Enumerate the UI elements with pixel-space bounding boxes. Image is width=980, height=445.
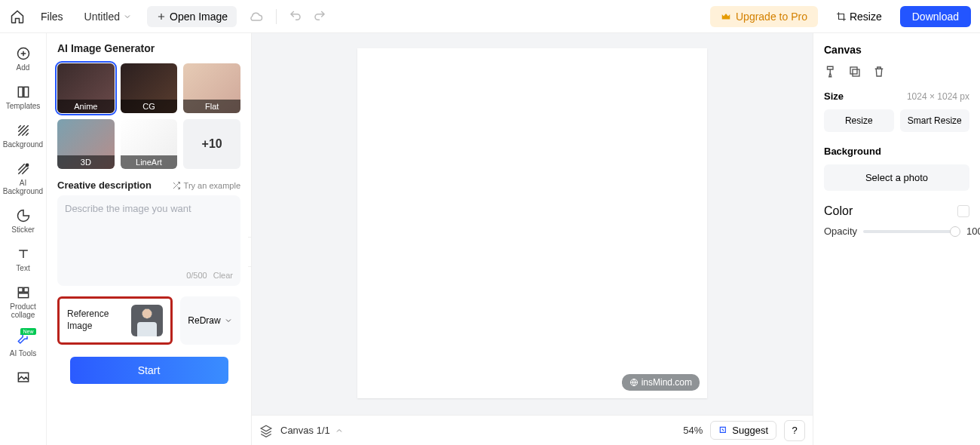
rail-more[interactable]	[2, 365, 44, 391]
smart-resize-button[interactable]: Smart Resize	[900, 109, 970, 132]
redo-button[interactable]	[313, 9, 328, 24]
crop-icon	[836, 11, 847, 22]
title-text: Untitled	[84, 11, 120, 23]
edit-suggest-icon	[718, 425, 729, 436]
rail-sticker-label: Sticker	[11, 226, 35, 234]
rail-ai-tools-label: AI Tools	[10, 349, 36, 358]
rail-ai-tools[interactable]: New AI Tools	[2, 327, 44, 362]
redraw-label: ReDraw	[188, 315, 220, 326]
description-box: 0/500 Clear	[57, 195, 240, 286]
rail-templates[interactable]: Templates	[2, 79, 44, 115]
reference-thumbnail	[131, 305, 163, 336]
style-tile-flat[interactable]: Flat	[183, 63, 240, 113]
size-value: 1024 × 1024 px	[907, 91, 969, 102]
canvas-info[interactable]: Canvas 1/1	[280, 425, 344, 436]
collage-icon	[15, 284, 32, 301]
zoom-level[interactable]: 54%	[683, 425, 703, 436]
tile-label: Flat	[183, 100, 240, 113]
new-badge: New	[20, 328, 35, 335]
select-photo-button[interactable]: Select a photo	[824, 164, 969, 191]
bottom-bar: Canvas 1/1 54% Suggest ?	[252, 415, 813, 445]
separator	[276, 9, 277, 24]
rail-sticker[interactable]: Sticker	[2, 203, 44, 238]
shuffle-icon	[172, 181, 181, 190]
opacity-value: 100	[966, 226, 980, 237]
home-icon[interactable]	[9, 8, 26, 25]
document-title[interactable]: Untitled	[78, 8, 138, 26]
rail-add[interactable]: Add	[2, 41, 44, 76]
rail-templates-label: Templates	[6, 102, 41, 110]
style-tile-more[interactable]: +10	[183, 119, 240, 169]
undo-button[interactable]	[289, 9, 304, 24]
opacity-label: Opacity	[824, 226, 857, 237]
rail-add-label: Add	[17, 63, 30, 72]
open-image-label: Open Image	[170, 11, 228, 23]
text-icon	[15, 246, 32, 262]
tile-label: Anime	[57, 100, 115, 113]
size-label: Size	[824, 91, 844, 102]
try-example-label: Try an example	[184, 181, 240, 190]
cloud-sync-icon[interactable]	[249, 9, 264, 24]
upgrade-label: Upgrade to Pro	[736, 11, 807, 23]
props-resize-button[interactable]: Resize	[824, 109, 894, 132]
svg-rect-5	[23, 287, 28, 292]
rail-background-label: Background	[3, 140, 43, 149]
image-icon	[15, 370, 32, 386]
props-title: Canvas	[824, 44, 969, 56]
resize-label: Resize	[850, 11, 882, 23]
svg-rect-7	[18, 373, 28, 382]
style-tile-lineart[interactable]: LineArt	[121, 119, 178, 169]
panel-title: AI Image Generator	[57, 42, 240, 54]
duplicate-icon[interactable]	[848, 65, 862, 78]
resize-button[interactable]: Resize	[827, 6, 891, 27]
svg-rect-9	[853, 69, 859, 76]
svg-rect-2	[23, 87, 28, 97]
svg-rect-10	[850, 67, 857, 74]
opacity-slider[interactable]	[863, 230, 960, 233]
crown-icon	[721, 11, 731, 22]
plus-circle-icon	[15, 45, 32, 62]
watermark: insMind.com	[622, 374, 700, 391]
globe-icon	[629, 378, 639, 387]
background-icon	[15, 122, 32, 139]
help-button[interactable]: ?	[784, 420, 805, 441]
style-tile-3d[interactable]: 3D	[57, 119, 115, 169]
left-rail: Add Templates Background AI Background S…	[0, 33, 47, 445]
upgrade-button[interactable]: Upgrade to Pro	[710, 6, 818, 27]
rail-text[interactable]: Text	[2, 241, 44, 277]
ai-tools-icon: New	[15, 331, 32, 348]
reference-image-box[interactable]: Reference Image	[57, 296, 173, 345]
watermark-text: insMind.com	[642, 377, 692, 388]
download-button[interactable]: Download	[900, 6, 971, 27]
start-button[interactable]: Start	[70, 357, 228, 384]
sticker-icon	[15, 207, 32, 224]
style-tile-anime[interactable]: Anime	[57, 63, 115, 113]
suggest-button[interactable]: Suggest	[710, 421, 776, 440]
properties-panel: Canvas Size 1024 × 1024 px Resize Smart …	[813, 33, 980, 445]
rail-background[interactable]: Background	[2, 118, 44, 153]
tile-label: LineArt	[121, 155, 178, 169]
open-image-button[interactable]: Open Image	[147, 6, 237, 27]
creative-desc-title: Creative description	[57, 180, 152, 191]
rail-ai-background-label: AI Background	[3, 179, 43, 195]
canvas-area: insMind.com Canvas 1/1 54% Suggest ?	[252, 33, 813, 445]
redraw-button[interactable]: ReDraw	[180, 296, 240, 345]
svg-rect-4	[18, 287, 23, 292]
try-example-button[interactable]: Try an example	[172, 181, 240, 190]
tile-label: CG	[121, 100, 178, 113]
style-tile-cg[interactable]: CG	[121, 63, 178, 113]
paint-format-icon[interactable]	[824, 65, 838, 78]
description-input[interactable]	[65, 203, 233, 256]
color-swatch[interactable]	[957, 205, 969, 217]
trash-icon[interactable]	[872, 65, 886, 78]
rail-product-collage[interactable]: Product collage	[2, 280, 44, 324]
layers-icon[interactable]	[259, 424, 273, 437]
files-menu[interactable]: Files	[35, 8, 69, 26]
clear-button[interactable]: Clear	[213, 271, 233, 280]
canvas[interactable]: insMind.com	[357, 48, 707, 398]
rail-ai-background[interactable]: AI Background	[2, 156, 44, 200]
svg-rect-6	[18, 293, 28, 298]
reference-label: Reference Image	[67, 308, 109, 332]
background-section-title: Background	[824, 146, 969, 157]
templates-icon	[15, 84, 32, 100]
